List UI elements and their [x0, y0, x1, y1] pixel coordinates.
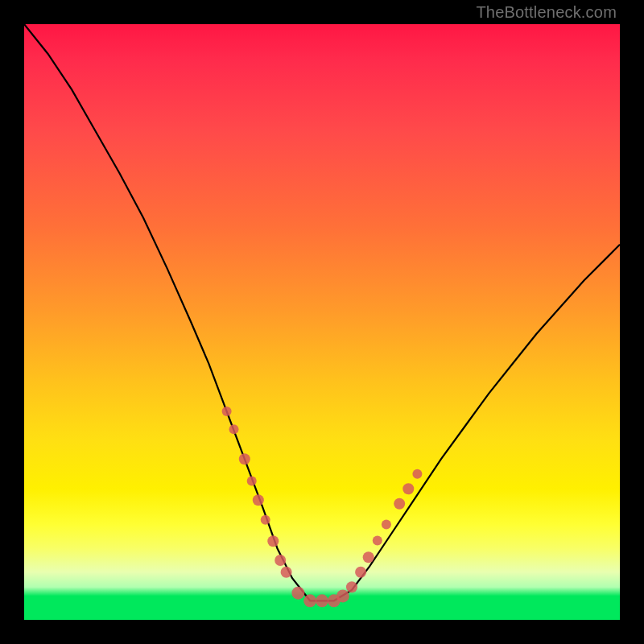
data-point-marker	[239, 453, 250, 464]
data-point-marker	[336, 589, 349, 602]
data-point-marker	[275, 555, 286, 566]
data-point-marker	[291, 587, 304, 600]
bottleneck-curve-path	[24, 24, 620, 601]
data-point-marker	[222, 407, 232, 416]
data-point-marker	[281, 567, 292, 578]
watermark-text: TheBottleneck.com	[476, 3, 617, 22]
data-point-marker	[373, 536, 382, 546]
data-point-marker	[267, 535, 279, 547]
chart-frame: TheBottleneck.com	[0, 0, 644, 644]
markers-group	[222, 407, 423, 607]
curve-svg	[24, 24, 620, 620]
data-point-marker	[355, 567, 366, 578]
data-point-marker	[229, 424, 239, 434]
plot-area	[24, 24, 620, 620]
data-point-marker	[394, 498, 405, 510]
data-point-marker	[303, 594, 316, 607]
data-point-marker	[412, 469, 422, 479]
data-point-marker	[253, 494, 264, 506]
data-point-marker	[382, 520, 391, 530]
data-point-marker	[346, 581, 357, 592]
data-point-marker	[247, 477, 257, 486]
data-point-marker	[363, 551, 374, 563]
data-point-marker	[402, 483, 414, 494]
data-point-marker	[261, 515, 270, 525]
data-point-marker	[316, 594, 328, 607]
